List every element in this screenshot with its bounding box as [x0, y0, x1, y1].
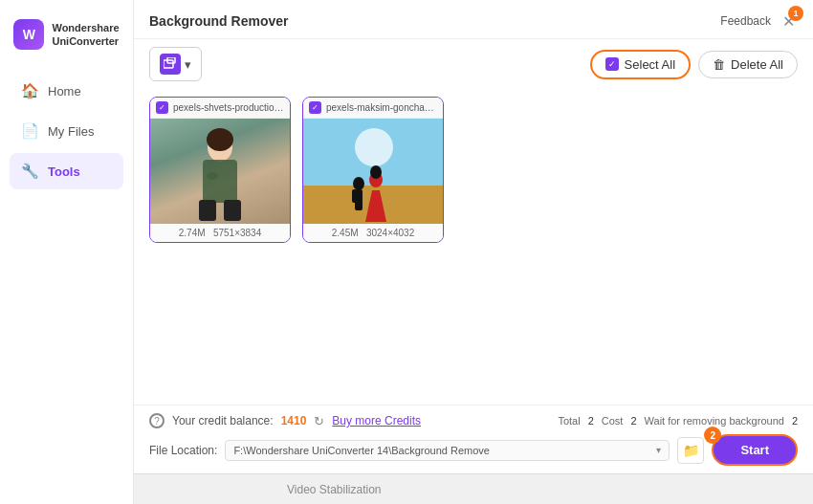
image-card-1-checkbox[interactable]: ✓	[156, 101, 168, 114]
svg-rect-0	[164, 60, 173, 68]
panel-header: Background Remover Feedback 1 ✕	[134, 0, 813, 39]
sidebar-nav: 🏠 Home 📄 My Files 🔧 Tools	[0, 73, 133, 189]
home-icon: 🏠	[21, 82, 38, 99]
buy-credits-link[interactable]: Buy more Credits	[332, 414, 421, 427]
close-btn-wrap: 1 ✕	[779, 11, 798, 31]
files-icon: 📄	[21, 122, 38, 140]
delete-all-label: Delete All	[731, 57, 783, 72]
logo-icon: W	[13, 19, 44, 50]
image-card-2-dimensions: 3024×4032	[366, 228, 414, 238]
image-card-1-header: ✓ pexels-shvets-production-...	[150, 98, 290, 119]
image-card-2-preview	[303, 119, 443, 224]
image-card-1-preview	[150, 119, 290, 224]
svg-point-7	[207, 128, 233, 151]
total-val: 2	[588, 415, 594, 427]
select-all-button[interactable]: ✓ Select All	[590, 50, 691, 79]
start-btn-wrap: 2 Start	[712, 434, 798, 466]
add-icon	[160, 54, 181, 75]
sidebar-item-my-files-label: My Files	[48, 124, 94, 139]
background-remover-panel: Background Remover Feedback 1 ✕ ▾	[134, 0, 813, 473]
toolbar-right: ✓ Select All 🗑 Delete All	[590, 50, 798, 79]
file-path: F:\Wondershare UniConverter 14\Backgroun…	[233, 445, 652, 456]
svg-rect-5	[199, 200, 216, 221]
folder-browse-button[interactable]: 📁	[677, 437, 704, 464]
total-label: Total	[558, 415, 580, 427]
svg-point-9	[355, 128, 393, 166]
image-card-2-checkbox[interactable]: ✓	[309, 101, 321, 114]
sidebar-item-home-label: Home	[48, 84, 81, 99]
svg-rect-6	[224, 200, 241, 221]
svg-rect-13	[352, 189, 357, 203]
svg-rect-3	[203, 160, 237, 203]
delete-all-button[interactable]: 🗑 Delete All	[698, 51, 798, 78]
file-location-label: File Location:	[149, 444, 217, 457]
image-card-2[interactable]: ✓ pexels-maksim-gonchare-...	[302, 97, 444, 243]
svg-point-16	[370, 165, 382, 179]
image-card-1-dimensions: 5751×3834	[213, 228, 261, 238]
svg-point-11	[353, 177, 364, 190]
wait-label: Wait for removing background	[645, 415, 784, 427]
add-files-chevron: ▾	[185, 57, 191, 72]
image-card-2-header: ✓ pexels-maksim-gonchare-...	[303, 98, 443, 119]
file-path-box: F:\Wondershare UniConverter 14\Backgroun…	[225, 440, 670, 461]
panel-title: Background Remover	[149, 13, 288, 29]
bottom-bar: ? Your credit balance: 1410 ↻ Buy more C…	[134, 405, 813, 473]
image-card-2-size: 2.45M	[332, 228, 359, 238]
logo-text: Wondershare UniConverter	[52, 21, 119, 49]
start-button[interactable]: Start	[712, 434, 798, 466]
file-location-row: File Location: F:\Wondershare UniConvert…	[149, 434, 798, 466]
credit-row: ? Your credit balance: 1410 ↻ Buy more C…	[149, 413, 798, 428]
select-all-checkbox: ✓	[605, 57, 619, 71]
app-logo: W Wondershare UniConverter	[4, 11, 128, 57]
image-card-1-info: 2.74M 5751×3834	[150, 224, 290, 242]
feedback-link[interactable]: Feedback	[720, 14, 771, 28]
add-files-button[interactable]: ▾	[149, 47, 202, 81]
video-stabilization-label: Video Stabilization	[287, 483, 382, 496]
credit-amount: 1410	[281, 414, 307, 427]
image-card-2-filename: pexels-maksim-gonchare-...	[326, 102, 437, 113]
main-content: Background Remover Feedback 1 ✕ ▾	[134, 0, 813, 504]
svg-point-4	[207, 172, 218, 180]
path-dropdown-icon[interactable]: ▾	[656, 445, 661, 455]
image-card-2-info: 2.45M 3024×4032	[303, 224, 443, 242]
credit-balance-label: Your credit balance:	[172, 414, 274, 427]
refresh-icon[interactable]: ↻	[314, 414, 324, 428]
wait-val: 2	[792, 415, 798, 427]
cost-label: Cost	[602, 415, 624, 427]
trash-icon: 🗑	[713, 57, 725, 72]
sidebar: W Wondershare UniConverter 🏠 Home 📄 My F…	[0, 0, 134, 504]
image-card-1-filename: pexels-shvets-production-...	[173, 102, 284, 113]
toolbar: ▾ ✓ Select All 🗑 Delete All	[134, 39, 813, 89]
panel-badge: 1	[788, 6, 803, 21]
sidebar-item-home[interactable]: 🏠 Home	[10, 73, 123, 109]
info-icon: ?	[149, 413, 165, 428]
select-all-label: Select All	[625, 57, 675, 72]
cost-val: 2	[630, 415, 636, 427]
image-card-1[interactable]: ✓ pexels-shvets-production-...	[149, 97, 291, 243]
image-grid: ✓ pexels-shvets-production-...	[134, 89, 813, 405]
tools-icon: 🔧	[21, 163, 38, 180]
sidebar-item-my-files[interactable]: 📄 My Files	[10, 113, 123, 149]
panel-header-right: Feedback 1 ✕	[720, 11, 798, 31]
bottom-stub: Video Stabilization	[134, 473, 813, 504]
image-card-1-size: 2.74M	[179, 228, 206, 238]
sidebar-item-tools[interactable]: 🔧 Tools	[10, 153, 123, 189]
sidebar-item-tools-label: Tools	[48, 164, 80, 179]
